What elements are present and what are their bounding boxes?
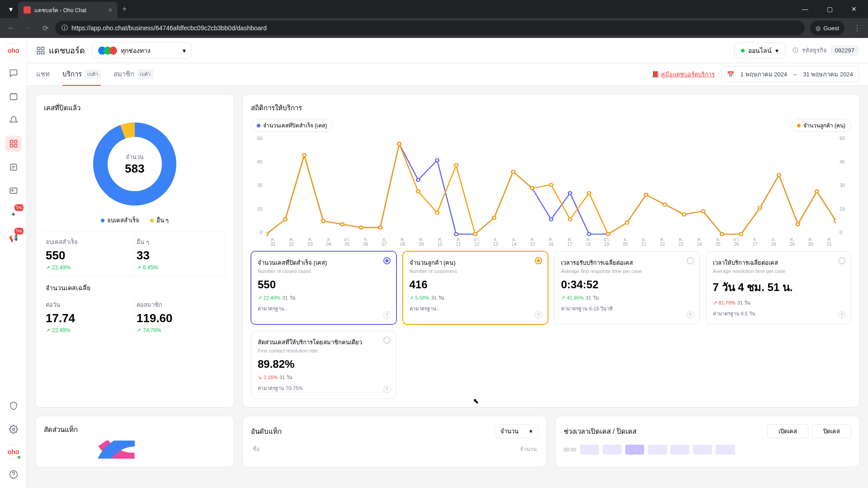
metric-customers[interactable]: จำนวนลูกค้า (คน) Number of customers 416… [403,251,548,324]
info-icon[interactable]: ? [383,311,391,319]
sidebar-item-contacts[interactable] [5,89,22,105]
biz-code-label: รหัสธุรกิจ [802,46,827,55]
svg-rect-13 [42,51,44,54]
sidebar-item-chat[interactable] [5,65,22,81]
closed-cases-card: เคสที่ปิดแล้ว จำนวน 583 [35,94,234,408]
status-selector[interactable]: ออนไลน์ ▾ [734,42,785,59]
svg-point-7 [11,190,13,191]
sidebar-item-help[interactable] [5,398,22,414]
tab-member[interactable]: สมาชิกเบต้า [113,63,153,86]
back-button[interactable]: ← [4,21,18,35]
svg-rect-10 [38,47,40,50]
info-icon[interactable]: ? [383,386,391,393]
svg-point-32 [549,218,553,221]
svg-point-26 [435,159,439,162]
legend-success: จบเคสสำเร็จ [101,216,139,225]
radio-icon [383,337,391,344]
channel-selector[interactable]: ทุกช่องทาง ▾ [92,42,192,59]
page-title-text: แดชบอร์ด [49,44,85,57]
line-chart: 604530150 604530150 พ.01พ.02ศ.03ส.04อา.0… [251,136,851,244]
stat-other: อื่น ๆ 33 ↗6.45% [135,232,226,276]
sidebar-item-campaign[interactable]: 📢ใหม่ [5,230,22,246]
close-window-button[interactable]: ✕ [844,2,864,16]
guest-label: Guest [823,25,839,32]
open-case-tab[interactable]: เปิดเคส [767,424,808,438]
tag-ratio-card: สัดส่วนแท็ก [35,416,234,467]
address-bar[interactable]: ⓘ https://app.oho.chat/business/64746afd… [55,21,805,35]
metric-first-response[interactable]: เวลารอรับบริการเฉลี่ยต่อเคส Average firs… [554,251,700,324]
close-case-tab[interactable]: ปิดเคส [812,424,851,438]
svg-point-75 [777,174,781,177]
metric-resolution-time[interactable]: เวลาให้บริการเฉลี่ยต่อเคส Average resolu… [706,251,852,324]
biz-code-value: 092297 [830,45,859,56]
info-icon[interactable]: ? [687,311,694,319]
svg-point-66 [606,233,610,236]
sidebar-item-ai[interactable]: ✦ใหม่ [5,206,22,222]
card-title: สถิติการให้บริการ [251,103,851,113]
forward-button[interactable]: → [21,21,35,35]
svg-point-71 [701,210,705,213]
app-logo[interactable]: oho [6,43,21,58]
donut-chart: จำนวน 583 [90,119,180,209]
tab-dropdown-icon[interactable]: ▾ [4,2,18,16]
manual-link[interactable]: 📕คู่มือแดชบอร์ดบริการ [652,70,715,79]
tab-chat[interactable]: แชท [36,63,50,86]
svg-point-50 [302,154,306,157]
card-title: เคสที่ปิดแล้ว [44,103,226,113]
metric-fcr[interactable]: สัดส่วนเคสที่ให้บริการโดยสมาชิกคนเดียว F… [251,331,396,399]
svg-point-63 [549,183,553,187]
status-label: ออนไลน์ [748,46,772,56]
minimize-button[interactable]: — [795,2,816,16]
tag-rank-card: อันดับแท็ก จำนวน▾ ชื่อ จำนวน [242,416,547,467]
guest-profile[interactable]: ◎ Guest [810,21,844,35]
time-axis-label: 00:00 [564,447,576,452]
secure-icon: ⓘ [61,24,68,32]
rank-sort-select[interactable]: จำนวน▾ [495,424,538,438]
legend-pill-closed[interactable]: จำนวนเคสที่ปิดสำเร็จ (เคส) [251,119,333,132]
info-icon[interactable]: ? [535,311,542,319]
service-stats-card: สถิติการให้บริการ จำนวนเคสที่ปิดสำเร็จ (… [242,94,860,408]
date-range-picker[interactable]: 📅 1 พฤษภาคม 2024 – 31 พฤษภาคม 2024 [721,66,859,82]
sidebar-avatar[interactable]: oho [6,445,21,459]
svg-point-49 [283,218,287,221]
maximize-button[interactable]: ▢ [819,2,840,16]
svg-point-54 [378,226,382,229]
svg-point-27 [454,233,458,236]
svg-point-8 [12,428,14,431]
date-sep: – [793,71,797,78]
sidebar-item-settings[interactable] [5,421,22,437]
sidebar-item-support[interactable] [5,466,22,483]
svg-rect-6 [10,188,17,193]
beta-badge: เบต้า [137,69,153,79]
url-text: https://app.oho.chat/business/64746afdfe… [71,24,267,32]
sidebar-item-broadcast[interactable] [5,112,22,128]
reload-button[interactable]: ⟳ [38,21,52,35]
new-tab-button[interactable]: + [118,5,132,14]
info-icon[interactable]: ? [838,311,845,319]
oho-icon [109,47,117,55]
business-code: ⓘ รหัสธุรกิจ 092297 [793,45,859,56]
svg-point-62 [530,187,534,190]
svg-point-61 [511,170,515,174]
browser-tab[interactable]: แดชบอร์ด - Oho Chat × [18,2,118,18]
svg-point-34 [587,233,591,236]
svg-point-73 [739,233,743,236]
sidebar-item-media[interactable] [5,183,22,199]
legend-pill-customers[interactable]: จำนวนลูกค้า (คน) [791,119,851,132]
sidebar-item-dashboard[interactable] [5,136,22,152]
info-icon: ⓘ [793,47,798,55]
svg-rect-12 [38,51,40,54]
svg-point-72 [720,233,724,236]
close-icon[interactable]: × [108,6,112,14]
sidebar-item-orders[interactable] [5,159,22,175]
dashboard-icon [36,46,45,55]
svg-point-57 [435,211,439,215]
pie-preview [90,441,180,459]
metric-closed-cases[interactable]: จำนวนเคสที่ปิดสำเร็จ (เคส) Number of clo… [251,251,396,324]
svg-rect-5 [10,164,16,170]
tab-service[interactable]: บริการเบต้า [62,63,101,86]
chevron-down-icon: ▾ [529,428,533,435]
radio-icon [383,257,391,264]
menu-button[interactable]: ⋮ [850,21,864,35]
donut-total: 583 [125,162,144,176]
